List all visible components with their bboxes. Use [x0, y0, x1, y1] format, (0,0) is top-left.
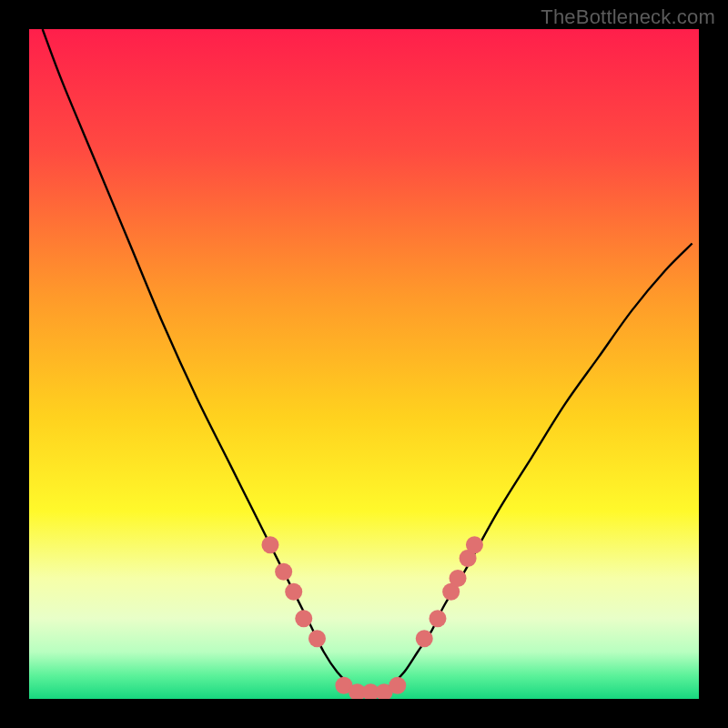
data-marker [275, 563, 292, 581]
chart-plot [29, 29, 699, 699]
data-marker [308, 630, 326, 647]
data-marker [416, 630, 433, 647]
data-marker [261, 536, 278, 553]
data-marker [429, 610, 446, 627]
data-marker [295, 610, 312, 627]
data-marker [450, 570, 467, 587]
watermark-text: TheBottleneck.com [541, 5, 715, 29]
chart-frame: TheBottleneck.com [0, 0, 728, 728]
data-marker [285, 583, 302, 601]
data-marker [466, 536, 483, 553]
data-marker [389, 677, 406, 694]
plot-background [29, 29, 699, 699]
